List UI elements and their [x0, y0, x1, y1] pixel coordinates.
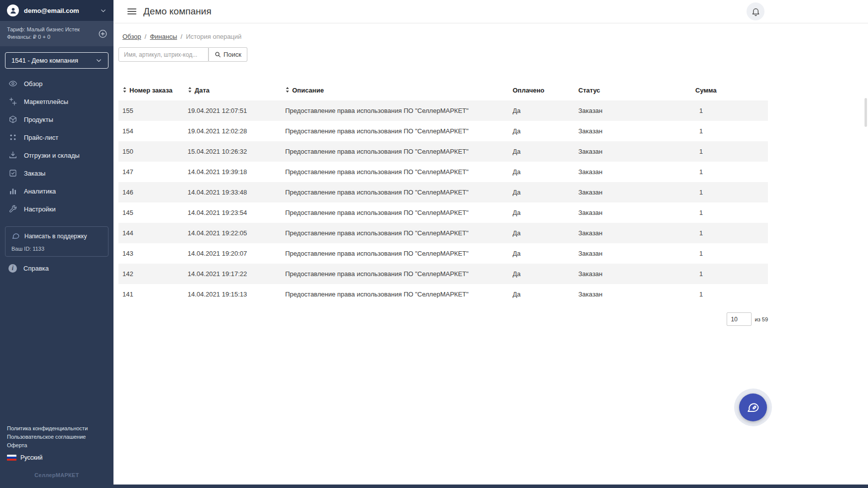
sidebar-item-price-list[interactable]: Прайс-лист — [0, 128, 113, 146]
table-row: 15015.04.2021 10:26:32Предоставление пра… — [118, 141, 768, 162]
menu-toggle-button[interactable] — [127, 8, 136, 14]
scrollbar-thumb[interactable] — [865, 98, 867, 127]
cell-paid: Да — [509, 243, 574, 264]
sidebar-item-help[interactable]: i Справка — [0, 259, 113, 278]
sort-icon — [188, 87, 192, 93]
sidebar-item-shipments[interactable]: Отгрузки и склады — [0, 146, 113, 164]
table-row: 15419.04.2021 12:02:28Предоставление пра… — [118, 121, 768, 141]
nav-label: Настройки — [24, 205, 56, 213]
company-select-value: 1541 - Демо компания — [11, 57, 78, 64]
legal-link[interactable]: Политика конфиденциальности — [7, 424, 107, 433]
sort-icon — [122, 87, 127, 93]
bottom-bar — [0, 485, 868, 488]
notifications-button[interactable] — [747, 2, 764, 20]
grid-dots-icon — [8, 133, 17, 142]
nav-label: Заказы — [24, 170, 45, 177]
table-row: 14114.04.2021 19:15:13Предоставление пра… — [118, 284, 768, 304]
cell-description: Предоставление права использования ПО "С… — [281, 264, 509, 284]
column-header-order[interactable]: Номер заказа — [118, 80, 184, 100]
chat-icon — [11, 232, 20, 240]
cell-status: Заказан — [574, 243, 687, 264]
table-row: 14314.04.2021 19:20:07Предоставление пра… — [118, 243, 768, 264]
cell-paid: Да — [509, 162, 574, 182]
cell-order: 146 — [118, 182, 184, 202]
chat-fab-button[interactable] — [739, 393, 767, 421]
cell-order: 142 — [118, 264, 184, 284]
search-button-label: Поиск — [223, 51, 241, 58]
cell-date: 14.04.2021 19:20:07 — [184, 243, 281, 264]
sidebar-item-orders[interactable]: Заказы — [0, 164, 113, 182]
support-label: Написать в поддержку — [24, 233, 87, 240]
nav-label: Продукты — [24, 116, 53, 123]
page-size-input[interactable] — [727, 312, 752, 326]
nav-label: Аналитика — [24, 188, 56, 195]
cell-order: 154 — [118, 121, 184, 141]
sidebar-item-analytics[interactable]: Аналитика — [0, 182, 113, 200]
chevron-down-icon — [96, 57, 102, 64]
sidebar-spacer — [0, 278, 113, 424]
order-check-icon — [8, 169, 17, 178]
breadcrumb-link[interactable]: Финансы — [150, 33, 177, 40]
table-row: 14214.04.2021 19:17:22Предоставление пра… — [118, 264, 768, 284]
language-switcher[interactable]: Русский — [0, 450, 113, 463]
sidebar-item-products[interactable]: Продукты — [0, 110, 113, 128]
topbar: Демо компания — [113, 0, 868, 23]
cell-description: Предоставление права использования ПО "С… — [281, 141, 509, 162]
cell-paid: Да — [509, 202, 574, 223]
legal-links: Политика конфиденциальностиПользовательс… — [0, 424, 113, 450]
cell-paid: Да — [509, 121, 574, 141]
column-header-date[interactable]: Дата — [184, 80, 281, 100]
pagination-total: из 59 — [755, 316, 768, 322]
cell-paid: Да — [509, 223, 574, 243]
breadcrumb-current: История операций — [186, 33, 241, 40]
cell-description: Предоставление права использования ПО "С… — [281, 162, 509, 182]
cell-status: Заказан — [574, 284, 687, 304]
sidebar-item-overview[interactable]: Обзор — [0, 75, 113, 93]
plus-circle-icon[interactable] — [98, 29, 108, 38]
sort-icon — [285, 87, 290, 93]
language-label: Русский — [20, 454, 43, 461]
cell-description: Предоставление права использования ПО "С… — [281, 202, 509, 223]
company-select[interactable]: 1541 - Демо компания — [5, 52, 108, 69]
legal-link[interactable]: Пользовательское соглашение — [7, 433, 107, 441]
breadcrumb: Обзор/Финансы/История операций — [122, 33, 768, 40]
sparkles-icon — [8, 97, 17, 106]
cell-description: Предоставление права использования ПО "С… — [281, 223, 509, 243]
bar-chart-icon — [8, 187, 17, 195]
column-header-description[interactable]: Описание — [281, 80, 509, 100]
table-row: 14714.04.2021 19:39:18Предоставление пра… — [118, 162, 768, 182]
cell-status: Заказан — [574, 223, 687, 243]
chevron-down-icon — [100, 7, 107, 14]
cell-paid: Да — [509, 182, 574, 202]
search-button[interactable]: Поиск — [209, 47, 247, 62]
breadcrumb-link[interactable]: Обзор — [122, 33, 141, 40]
cell-date: 19.04.2021 12:07:51 — [184, 100, 281, 121]
cell-sum: 1 — [687, 182, 768, 202]
support-box: Написать в поддержку Ваш ID: 1133 — [5, 226, 108, 257]
operations-table: Номер заказаДатаОписаниеОплаченоСтатусСу… — [118, 80, 768, 304]
cell-status: Заказан — [574, 121, 687, 141]
cell-order: 155 — [118, 100, 184, 121]
search-icon — [215, 51, 221, 58]
cell-description: Предоставление права использования ПО "С… — [281, 121, 509, 141]
legal-link[interactable]: Оферта — [7, 441, 107, 450]
cell-order: 143 — [118, 243, 184, 264]
cell-date: 15.04.2021 10:26:32 — [184, 141, 281, 162]
cell-date: 14.04.2021 19:15:13 — [184, 284, 281, 304]
cell-description: Предоставление права использования ПО "С… — [281, 243, 509, 264]
search-input[interactable] — [118, 47, 209, 62]
info-icon: i — [8, 264, 17, 273]
support-link[interactable]: Написать в поддержку — [11, 232, 102, 240]
sidebar-item-settings[interactable]: Настройки — [0, 200, 113, 218]
column-label: Номер заказа — [129, 87, 173, 94]
help-label: Справка — [23, 265, 49, 272]
cell-paid: Да — [509, 284, 574, 304]
cell-sum: 1 — [687, 141, 768, 162]
page-title: Демо компания — [143, 6, 212, 17]
sidebar-item-marketplaces[interactable]: Маркетплейсы — [0, 93, 113, 110]
russian-flag-icon — [7, 455, 16, 461]
eye-icon — [8, 79, 17, 88]
account-menu[interactable]: demo@email.com — [0, 0, 113, 21]
chat-bubble-icon — [746, 400, 760, 414]
cell-sum: 1 — [687, 264, 768, 284]
